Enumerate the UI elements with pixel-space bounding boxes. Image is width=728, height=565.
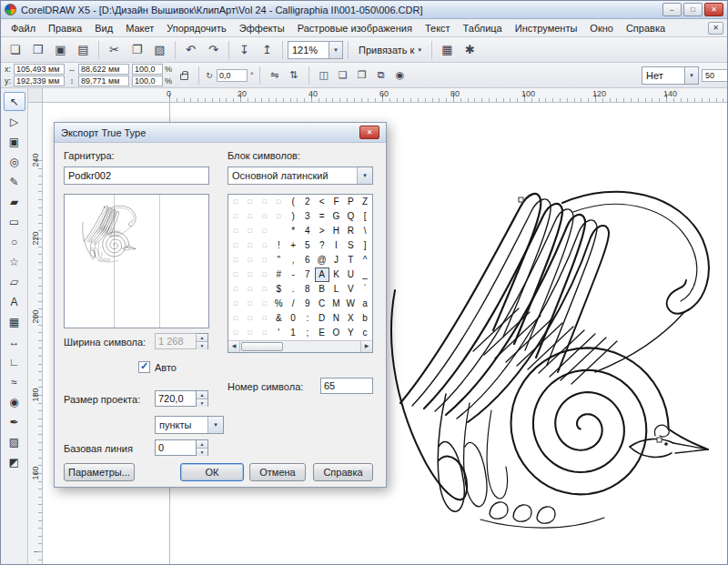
rectangle-tool[interactable]: ▭ — [4, 212, 25, 231]
fill-tool[interactable]: ▨ — [4, 432, 25, 451]
lock-ratio-button[interactable] — [175, 66, 193, 86]
char-cell[interactable]: Q — [343, 209, 358, 224]
scroll-right-icon[interactable]: ▶ — [360, 341, 372, 352]
char-cell[interactable]: - — [286, 267, 300, 282]
x-position-field[interactable]: 105,493 мм — [14, 64, 65, 75]
char-cell[interactable]: □ — [228, 195, 243, 209]
help-button[interactable]: Справка — [313, 463, 373, 481]
chevron-down-icon[interactable]: ▾ — [329, 42, 342, 58]
char-cell[interactable]: ? — [315, 238, 329, 253]
char-cell[interactable]: 1 — [286, 326, 300, 340]
menu-view[interactable]: Вид — [88, 20, 119, 36]
pick-tool[interactable]: ↖ — [4, 92, 25, 111]
interactive-fill-tool[interactable]: ◩ — [4, 452, 25, 471]
char-cell[interactable]: □ — [228, 282, 243, 297]
text-tool[interactable]: А — [4, 292, 25, 311]
freehand-tool[interactable]: ✎ — [4, 172, 25, 191]
char-cell[interactable]: * — [286, 224, 300, 238]
char-cell[interactable]: ! — [271, 238, 286, 253]
char-cell[interactable]: 5 — [300, 238, 315, 253]
design-size-spinner[interactable]: ▲▼ — [197, 390, 208, 407]
char-cell[interactable]: V — [343, 282, 358, 297]
char-cell[interactable]: M — [329, 297, 344, 311]
open-icon[interactable]: ❒ — [27, 40, 48, 60]
char-number-field[interactable]: 65 — [320, 378, 373, 394]
to-front-icon[interactable]: ❏ — [334, 66, 352, 86]
char-cell[interactable]: □ — [228, 267, 243, 282]
char-cell[interactable]: $ — [271, 282, 286, 297]
new-icon[interactable]: ❏ — [5, 40, 25, 60]
menu-arrange[interactable]: Упорядочить — [160, 20, 232, 36]
eyedropper-tool[interactable]: ◉ — [4, 392, 25, 411]
char-cell[interactable]: □ — [258, 267, 272, 282]
import-icon[interactable]: ↧ — [234, 40, 255, 60]
char-cell[interactable]: : — [300, 311, 315, 326]
char-cell[interactable]: ) — [286, 209, 300, 224]
char-cell[interactable]: 3 — [300, 209, 315, 224]
paste-icon[interactable]: ▧ — [149, 40, 170, 60]
char-cell[interactable]: □ — [258, 238, 272, 253]
zoom-level-combo[interactable]: 121% ▾ — [288, 41, 343, 59]
char-cell[interactable]: + — [286, 238, 300, 253]
dialog-title-bar[interactable]: Экспорт True Type ✕ — [55, 123, 386, 143]
baseline-spinner[interactable]: ▲▼ — [197, 439, 208, 456]
mirror-vertical-icon[interactable]: ⇅ — [285, 66, 303, 86]
menu-edit[interactable]: Правка — [42, 20, 88, 36]
chevron-down-icon[interactable]: ▾ — [357, 167, 372, 184]
save-icon[interactable]: ▣ — [50, 40, 71, 60]
char-cell[interactable]: , — [286, 253, 300, 267]
weld-icon[interactable]: ◉ — [391, 66, 410, 86]
crop-tool[interactable]: ▣ — [4, 132, 25, 151]
char-cell[interactable]: □ — [258, 253, 272, 267]
wrap-text-icon[interactable]: ◫ — [315, 66, 333, 86]
rotation-angle-field[interactable]: 0,0 — [217, 69, 248, 82]
char-cell[interactable]: □ — [228, 297, 243, 311]
char-cell[interactable]: □ — [258, 311, 272, 326]
char-cell[interactable]: < — [315, 195, 329, 209]
char-cell[interactable]: F — [329, 195, 344, 209]
char-cell[interactable]: □ — [243, 195, 258, 209]
mirror-horizontal-icon[interactable]: ⇋ — [266, 66, 284, 86]
grid-scrollbar[interactable]: ◀ ▶ — [228, 340, 372, 352]
char-cell[interactable]: Z — [358, 195, 372, 209]
char-cell[interactable]: □ — [243, 282, 258, 297]
dialog-close-button[interactable]: ✕ — [359, 126, 379, 139]
char-cell[interactable]: □ — [228, 238, 243, 253]
char-cell[interactable]: □ — [258, 297, 272, 311]
outline-pen-tool[interactable]: ✒ — [4, 412, 25, 431]
horizontal-ruler[interactable]: 020406080100120140 — [28, 88, 727, 103]
char-cell[interactable]: 6 — [300, 253, 315, 267]
selected-char-cell[interactable]: A — [315, 267, 329, 282]
char-cell[interactable]: P — [343, 195, 358, 209]
dimension-tool[interactable]: ↔ — [4, 332, 25, 351]
auto-checkbox[interactable] — [138, 361, 150, 373]
char-cell[interactable]: □ — [228, 253, 243, 267]
char-cell[interactable]: = — [315, 209, 329, 224]
char-cell[interactable]: I — [329, 238, 344, 253]
char-cell[interactable]: □ — [243, 311, 258, 326]
char-cell[interactable]: B — [315, 282, 329, 297]
group-icon[interactable]: ⧉ — [372, 66, 390, 86]
char-cell[interactable]: [ — [358, 209, 372, 224]
char-cell[interactable]: 8 — [300, 282, 315, 297]
char-cell[interactable]: 9 — [300, 297, 315, 311]
char-cell[interactable]: / — [286, 297, 300, 311]
close-button[interactable]: ✕ — [704, 3, 723, 16]
menu-window[interactable]: Окно — [583, 20, 620, 36]
shape-tool[interactable]: ▷ — [4, 112, 25, 131]
char-cell[interactable]: □ — [271, 195, 286, 209]
menu-help[interactable]: Справка — [620, 20, 672, 36]
menu-file[interactable]: Файл — [5, 20, 42, 36]
char-cell[interactable]: ] — [358, 238, 372, 253]
char-cell[interactable]: ( — [286, 195, 300, 209]
char-cell[interactable]: % — [271, 297, 286, 311]
basic-shapes-tool[interactable]: ▱ — [4, 272, 25, 291]
scrollbar-thumb[interactable] — [241, 342, 283, 351]
char-cell[interactable]: 0 — [286, 311, 300, 326]
design-size-field[interactable]: 720,0 — [155, 390, 197, 407]
char-cell[interactable]: > — [315, 224, 329, 238]
options-icon[interactable]: ✱ — [460, 40, 480, 60]
char-cell[interactable]: @ — [315, 253, 329, 267]
char-cell[interactable]: D — [315, 311, 329, 326]
char-cell[interactable]: 2 — [300, 195, 315, 209]
